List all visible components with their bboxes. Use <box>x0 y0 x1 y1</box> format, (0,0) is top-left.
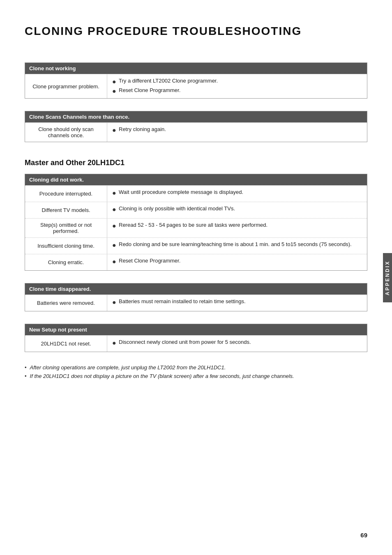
footer-note-1: • After cloning operations are complete,… <box>25 364 367 371</box>
table-header-new-setup-not-present: New Setup not present <box>25 324 367 335</box>
bullet-text: Wait until procedure complete message is… <box>119 189 243 195</box>
cell-label: Different TV models. <box>25 202 107 218</box>
table-header-cloning-did-not-work: Cloning did not work. <box>25 174 367 185</box>
cell-content: ● Retry cloning again. <box>107 123 367 142</box>
bullet-item: ● Try a different LT2002 Clone programme… <box>112 78 362 85</box>
bullet-item: ● Retry cloning again. <box>112 126 362 134</box>
table-row: 20LH1DC1 not reset. ● Disconnect newly c… <box>25 335 367 352</box>
table-row: Batteries were removed. ● Batteries must… <box>25 295 367 311</box>
bullet-icon: ● <box>112 339 119 347</box>
table-row: Insufficient cloning time. ● Redo clonin… <box>25 237 367 254</box>
section-clone-scans-channels: Clone Scans Channels more than once. Clo… <box>25 111 367 142</box>
table-row: Procedure interrupted. ● Wait until proc… <box>25 185 367 202</box>
bullet-icon: ● <box>112 78 119 85</box>
table-header-clone-time-disappeared: Clone time disappeared. <box>25 283 367 295</box>
bullet-text: Retry cloning again. <box>119 126 166 132</box>
cell-content: ● Disconnect newly cloned unit from powe… <box>107 336 367 352</box>
footer-note-text: If the 20LH1DC1 does not display a pictu… <box>30 373 294 379</box>
bullet-item: ● Batteries must remain installed to ret… <box>112 298 362 306</box>
table-clone-time-disappeared: Clone time disappeared. Batteries were r… <box>25 283 367 311</box>
bullet-icon: ● <box>112 242 119 249</box>
bullet-item: ● Disconnect newly cloned unit from powe… <box>112 339 362 347</box>
bullet-icon: ● <box>112 222 119 230</box>
cell-content: ● Try a different LT2002 Clone programme… <box>107 74 367 98</box>
bullet-text: Reset Clone Programmer. <box>119 87 180 93</box>
bullet-item: ● Reread 52 - 53 - 54 pages to be sure a… <box>112 222 362 230</box>
bullet-text: Try a different LT2002 Clone programmer. <box>119 78 218 84</box>
table-cloning-did-not-work: Cloning did not work. Procedure interrup… <box>25 174 367 271</box>
bullet-text: Cloning is only possible with identical … <box>119 205 235 212</box>
table-row: Cloning erratic. ● Reset Clone Programme… <box>25 254 367 270</box>
bullet-text: Redo cloning and be sure learning/teachi… <box>119 241 352 247</box>
section-cloning-did-not-work: Cloning did not work. Procedure interrup… <box>25 174 367 271</box>
footer-bullet-icon: • <box>25 364 27 371</box>
bullet-icon: ● <box>112 88 119 95</box>
page-number: 69 <box>360 532 367 539</box>
table-new-setup-not-present: New Setup not present 20LH1DC1 not reset… <box>25 324 367 352</box>
table-row: Clone programmer problem. ● Try a differ… <box>25 74 367 98</box>
table-row: Different TV models. ● Cloning is only p… <box>25 202 367 218</box>
cell-content: ● Batteries must remain installed to ret… <box>107 295 367 311</box>
footer-note-2: • If the 20LH1DC1 does not display a pic… <box>25 373 367 379</box>
section-clone-not-working: Clone not working Clone programmer probl… <box>25 62 367 99</box>
table-row: Clone should only scan channels once. ● … <box>25 122 367 142</box>
cell-label: Procedure interrupted. <box>25 186 107 202</box>
cell-label: 20LH1DC1 not reset. <box>25 336 107 352</box>
cell-content: ● Reread 52 - 53 - 54 pages to be sure a… <box>107 219 367 237</box>
cell-content: ● Reset Clone Programmer. <box>107 254 367 270</box>
footer-note-text: After cloning operations are complete, j… <box>30 364 226 371</box>
page-title: CLONING PROCEDURE TROUBLESHOOTING <box>25 25 367 38</box>
bullet-text: Reset Clone Programmer. <box>119 258 180 264</box>
cell-label-cloning-erratic: Cloning erratic. <box>25 254 107 270</box>
cell-label: Clone should only scan channels once. <box>25 123 107 142</box>
bullet-text: Disconnect newly cloned unit from power … <box>119 339 251 345</box>
cell-content: ● Redo cloning and be sure learning/teac… <box>107 238 367 254</box>
cell-label: Batteries were removed. <box>25 295 107 311</box>
table-clone-scans-channels: Clone Scans Channels more than once. Clo… <box>25 111 367 142</box>
section-clone-time-disappeared: Clone time disappeared. Batteries were r… <box>25 283 367 311</box>
cell-content: ● Cloning is only possible with identica… <box>107 202 367 218</box>
cell-label: Clone programmer problem. <box>25 74 107 98</box>
table-clone-not-working: Clone not working Clone programmer probl… <box>25 62 367 99</box>
cell-label: Insufficient cloning time. <box>25 238 107 254</box>
bullet-item: ● Wait until procedure complete message … <box>112 189 362 197</box>
bullet-icon: ● <box>112 127 119 134</box>
bullet-icon: ● <box>112 299 119 306</box>
bullet-icon: ● <box>112 189 119 197</box>
bullet-item: ● Reset Clone Programmer. <box>112 258 362 265</box>
table-row: Step(s) omitted or not performed. ● Rere… <box>25 218 367 237</box>
table-header-clone-not-working: Clone not working <box>25 63 367 74</box>
section-new-setup-not-present: New Setup not present 20LH1DC1 not reset… <box>25 324 367 352</box>
bullet-item: ● Redo cloning and be sure learning/teac… <box>112 241 362 249</box>
bullet-item: ● Reset Clone Programmer. <box>112 87 362 95</box>
sidebar-appendix-tab: APPENDIX <box>383 253 392 302</box>
cell-content: ● Wait until procedure complete message … <box>107 186 367 202</box>
bullet-item: ● Cloning is only possible with identica… <box>112 205 362 213</box>
footer-notes: • After cloning operations are complete,… <box>25 364 367 379</box>
footer-bullet-icon: • <box>25 373 27 379</box>
bullet-icon: ● <box>112 258 119 265</box>
bullet-text: Reread 52 - 53 - 54 pages to be sure all… <box>119 222 267 228</box>
bullet-icon: ● <box>112 206 119 213</box>
cell-label: Step(s) omitted or not performed. <box>25 219 107 237</box>
table-header-clone-scans-channels: Clone Scans Channels more than once. <box>25 111 367 122</box>
bullet-text: Batteries must remain installed to retai… <box>119 298 246 304</box>
subsection-title: Master and Other 20LH1DC1 <box>25 159 367 167</box>
